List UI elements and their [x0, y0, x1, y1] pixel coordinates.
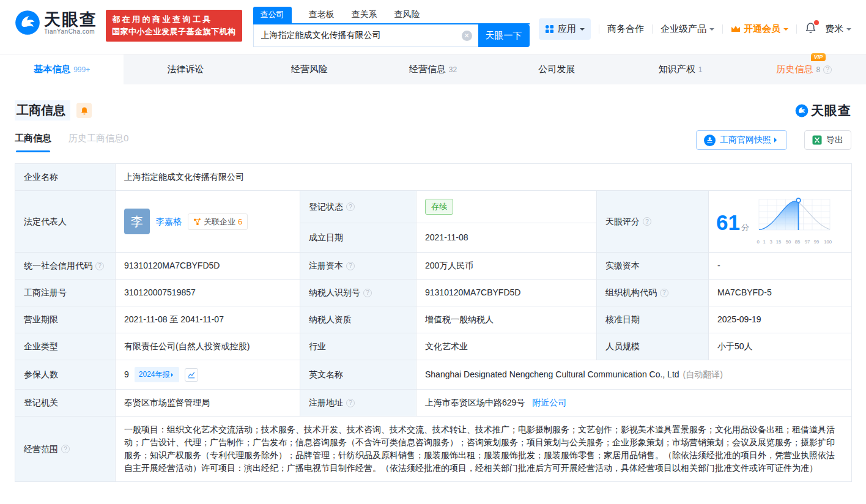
field-label: 注册资本 ? [300, 253, 416, 280]
field-label: 人员规模 [597, 333, 709, 360]
chevron-down-icon [580, 28, 585, 33]
official-snapshot-button[interactable]: 工商官网快照 [696, 130, 787, 150]
help-icon[interactable]: ? [346, 202, 355, 211]
search-tabs: 查公司 查老板 查关系 查风险 [253, 6, 530, 23]
nav-business-coop[interactable]: 商务合作 [607, 23, 644, 35]
tab-company-development[interactable]: 公司发展 [495, 54, 618, 84]
apps-menu[interactable]: 应用 [539, 18, 591, 40]
search-tab-risk[interactable]: 查风险 [394, 9, 420, 23]
apps-grid-icon [545, 24, 554, 34]
chevron-right-icon [171, 373, 175, 377]
business-term-value: 2021-11-08 至 2041-11-07 [116, 306, 300, 333]
help-icon[interactable]: ? [363, 289, 372, 297]
nav-enterprise-products[interactable]: 企业级产品 [661, 23, 714, 35]
field-label: 实缴资本 [597, 253, 709, 280]
field-label: 工商注册号 [15, 280, 116, 306]
crown-icon [731, 25, 741, 33]
section-header: 工商信息 天眼查 [0, 84, 866, 120]
tianyancha-watermark: 天眼查 [795, 102, 851, 119]
divider [652, 24, 653, 34]
staff-size-value: 小于50人 [709, 333, 852, 360]
table-row: 登记机关 奉贤区市场监督管理局 注册地址 ? 上海市奉贤区场中路629号 附近公… [15, 390, 852, 417]
field-label: 行业 [300, 333, 416, 360]
table-row: 经营范围 ? 一般项目：组织文化艺术交流活动；技术服务、技术开发、技术咨询、技术… [15, 417, 852, 482]
help-icon[interactable]: ? [346, 399, 355, 407]
tab-operating-risk[interactable]: 经营风险 [248, 54, 371, 84]
slogan-line2: 国家中小企业发展子基金旗下机构 [112, 26, 236, 38]
company-nav-tabs: 基本信息 999+ 法律诉讼 经营风险 经营信息 32 公司发展 知识产权 1 … [0, 54, 866, 84]
help-icon[interactable]: ? [61, 445, 70, 453]
chevron-down-icon [709, 28, 714, 33]
paid-capital-value: - [709, 253, 852, 280]
table-row: 工商注册号 310120007519857 纳税人识别号 ? 91310120M… [15, 280, 852, 306]
logo-name: 天眼查 [44, 11, 97, 28]
table-row: 企业名称 上海指定能成文化传播有限公司 [15, 164, 852, 191]
help-icon[interactable]: ? [95, 262, 104, 270]
field-label: 纳税人资质 [300, 306, 416, 333]
divider [722, 24, 723, 34]
search-button[interactable]: 天眼一下 [478, 24, 530, 47]
field-label: 统一社会信用代码 ? [15, 253, 116, 280]
line-chart-icon [187, 371, 196, 379]
english-name-value: Shanghai Designated Nengcheng Cultural C… [425, 369, 679, 379]
business-scope-value: 一般项目：组织文化艺术交流活动；技术服务、技术开发、技术咨询、技术交流、技术转让… [116, 417, 852, 482]
tianyancha-logo[interactable]: 天眼查 TianYanCha.com [15, 10, 97, 35]
tab-legal-proceedings[interactable]: 法律诉讼 [124, 54, 247, 84]
field-label: 企业名称 [15, 164, 116, 191]
address-value: 上海市奉贤区场中路629号 [425, 398, 525, 407]
section-title: 工商信息 [15, 100, 70, 120]
search-tab-company[interactable]: 查公司 [253, 7, 292, 23]
tab-intellectual-property[interactable]: 知识产权 1 [618, 54, 742, 84]
export-button[interactable]: 导出 [804, 130, 851, 150]
chevron-down-icon [783, 28, 788, 33]
help-icon[interactable]: ? [346, 262, 355, 270]
search-tab-relation[interactable]: 查关系 [352, 9, 377, 23]
tab-history-info[interactable]: VIP 历史信息 8 ? [742, 54, 866, 84]
subtab-business-info[interactable]: 工商信息 [15, 133, 51, 152]
field-label: 登记机关 [15, 390, 116, 417]
subscribe-bell-button[interactable] [76, 103, 92, 118]
user-menu[interactable]: 费米 [825, 23, 851, 35]
tianyancha-logo-icon [795, 104, 809, 117]
auto-translate-note: (自动翻译) [683, 369, 723, 379]
legal-rep-avatar[interactable]: 李 [124, 209, 150, 234]
notifications-bell[interactable] [805, 22, 816, 36]
apps-label: 应用 [558, 23, 576, 35]
field-label: 纳税人识别号 ? [300, 280, 416, 306]
username: 费米 [825, 23, 843, 35]
field-label: 登记状态 ? [300, 191, 416, 223]
nav-open-vip[interactable]: 开通会员 [731, 23, 788, 35]
logo-domain: TianYanCha.com [44, 28, 97, 35]
divider [796, 24, 797, 34]
tab-operating-info[interactable]: 经营信息 32 [371, 54, 495, 84]
help-icon[interactable]: ? [823, 65, 832, 74]
field-label: 参保人数 [15, 360, 116, 390]
search-area: 查公司 查老板 查关系 查风险 ✕ 天眼一下 [253, 6, 530, 47]
related-companies-badge[interactable]: 关联企业 6 [188, 213, 248, 230]
table-row: 企业类型 有限责任公司(自然人投资或控股) 行业 文化艺术业 人员规模 小于50… [15, 333, 852, 360]
search-input[interactable] [253, 24, 478, 47]
table-row: 统一社会信用代码 ? 91310120MA7CBYFD5D 注册资本 ? 200… [15, 253, 852, 280]
nearby-companies-link[interactable]: 附近公司 [532, 398, 566, 407]
annual-report-badge[interactable]: 2024年报 [135, 367, 179, 382]
help-icon[interactable]: ? [660, 289, 668, 297]
approval-date-value: 2025-09-19 [709, 306, 852, 333]
trend-chart-button[interactable] [185, 368, 198, 382]
clear-search-icon[interactable]: ✕ [462, 31, 472, 41]
notification-dot [814, 20, 819, 25]
stamp-icon [704, 135, 716, 146]
tianyancha-logo-icon [15, 10, 40, 35]
tab-basic-info[interactable]: 基本信息 999+ [0, 54, 124, 84]
excel-icon [812, 135, 822, 145]
search-tab-boss[interactable]: 查老板 [309, 9, 335, 23]
header-nav: 应用 商务合作 企业级产品 开通会员 费米 [539, 18, 851, 40]
established-value: 2021-11-08 [416, 223, 597, 253]
taxpayer-id-value: 91310120MA7CBYFD5D [416, 280, 597, 306]
help-icon[interactable]: ? [643, 217, 651, 226]
section-subtabs: 工商信息 历史工商信息0 工商官网快照 导出 [0, 120, 866, 155]
table-row: 法定代表人 李 李嘉格 关联企业 6 登记状态 ? [15, 191, 852, 223]
reg-authority-value: 奉贤区市场监督管理局 [116, 390, 300, 417]
brand-slogan-banner: 都在用的商业查询工具 国家中小企业发展子基金旗下机构 [106, 10, 242, 42]
legal-rep-name-link[interactable]: 李嘉格 [156, 215, 182, 228]
subtab-history-business-info[interactable]: 历史工商信息0 [68, 133, 128, 152]
